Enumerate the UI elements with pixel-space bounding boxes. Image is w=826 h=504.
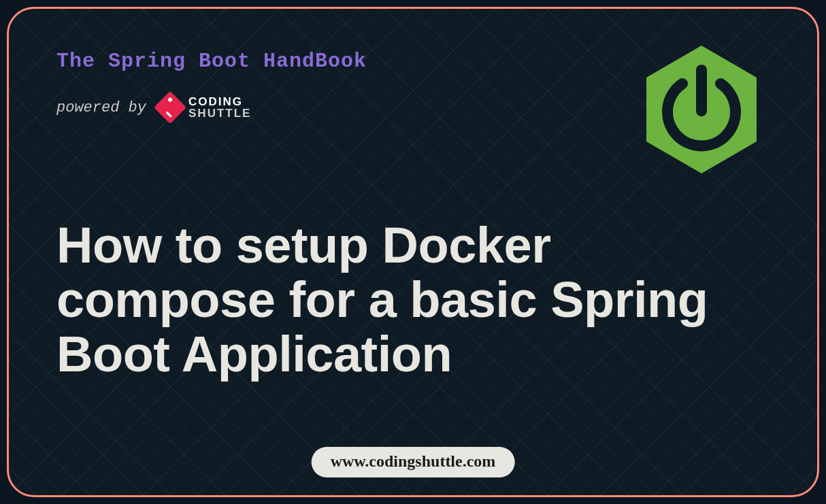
coding-shuttle-icon — [154, 91, 186, 124]
footer-url-pill: www.codingshuttle.com — [312, 447, 515, 477]
page-title: How to setup Docker compose for a basic … — [56, 218, 770, 382]
promo-card: The Spring Boot HandBook powered by CODI… — [7, 7, 819, 497]
brand-text: CODING SHUTTLE — [188, 96, 251, 119]
brand-logo-block: CODING SHUTTLE — [159, 96, 251, 119]
header-left: The Spring Boot HandBook powered by CODI… — [56, 50, 633, 119]
brand-line2: SHUTTLE — [188, 107, 251, 119]
spring-boot-power-icon — [633, 41, 770, 178]
powered-by-label: powered by — [56, 99, 146, 116]
powered-by-row: powered by CODING SHUTTLE — [56, 96, 633, 119]
brand-line1: CODING — [188, 96, 251, 107]
header-row: The Spring Boot HandBook powered by CODI… — [56, 50, 770, 178]
handbook-title: The Spring Boot HandBook — [56, 50, 633, 73]
